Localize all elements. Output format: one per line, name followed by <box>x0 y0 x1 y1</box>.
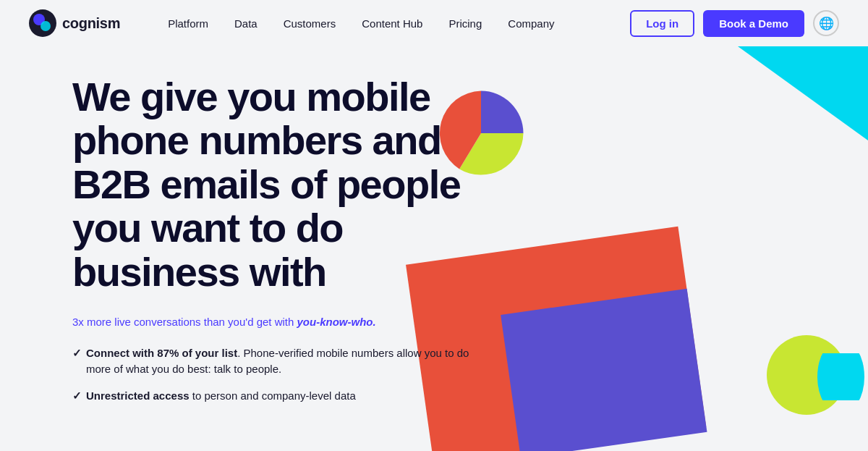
logo-text: cognism <box>62 15 120 32</box>
nav-item-pricing[interactable]: Pricing <box>435 12 495 35</box>
bullet-2-rest: to person and company-level data <box>190 389 356 402</box>
login-button[interactable]: Log in <box>630 10 694 37</box>
hero-subtitle-main: 3x more live conversations than you'd ge… <box>72 316 297 328</box>
bullet-1-bold: Connect with 87% of your list <box>86 347 237 359</box>
svg-point-2 <box>41 21 51 31</box>
hero-bullet-1: ✓ Connect with 87% of your list. Phone-v… <box>72 345 477 378</box>
nav-item-data[interactable]: Data <box>221 12 271 35</box>
bullet-1-text: Connect with 87% of your list. Phone-ver… <box>86 345 477 378</box>
hero-subtitle-em: you-know-who. <box>297 316 376 328</box>
nav-item-company[interactable]: Company <box>495 12 567 35</box>
hero-bullets-list: ✓ Connect with 87% of your list. Phone-v… <box>72 345 477 405</box>
language-selector-button[interactable]: 🌐 <box>813 10 839 36</box>
nav-item-platform[interactable]: Platform <box>155 12 221 35</box>
nav-links: Platform Data Customers Content Hub Pric… <box>155 12 630 35</box>
nav-item-content-hub[interactable]: Content Hub <box>349 12 435 35</box>
logo-link[interactable]: cognism <box>29 9 120 37</box>
globe-icon: 🌐 <box>819 16 834 31</box>
nav-item-customers[interactable]: Customers <box>271 12 349 35</box>
hero-subtitle: 3x more live conversations than you'd ge… <box>72 314 477 331</box>
hero-title: We give you mobile phone numbers and B2B… <box>72 75 477 294</box>
bullet-2-bold: Unrestricted access <box>86 389 190 402</box>
bullet-2-text: Unrestricted access to person and compan… <box>86 388 356 405</box>
cyan-small-shape-decoration <box>817 353 864 400</box>
hero-content: We give you mobile phone numbers and B2B… <box>72 75 477 404</box>
cognism-logo-icon <box>29 9 56 37</box>
purple-rectangle-decoration <box>501 289 707 451</box>
check-icon-2: ✓ <box>72 388 82 405</box>
navbar: cognism Platform Data Customers Content … <box>0 0 868 46</box>
book-demo-button[interactable]: Book a Demo <box>703 10 804 37</box>
check-icon-1: ✓ <box>72 345 82 378</box>
cyan-triangle-decoration <box>738 46 868 140</box>
hero-section: We give you mobile phone numbers and B2B… <box>0 46 868 451</box>
hero-bullet-2: ✓ Unrestricted access to person and comp… <box>72 388 477 405</box>
nav-actions: Log in Book a Demo 🌐 <box>630 10 839 37</box>
